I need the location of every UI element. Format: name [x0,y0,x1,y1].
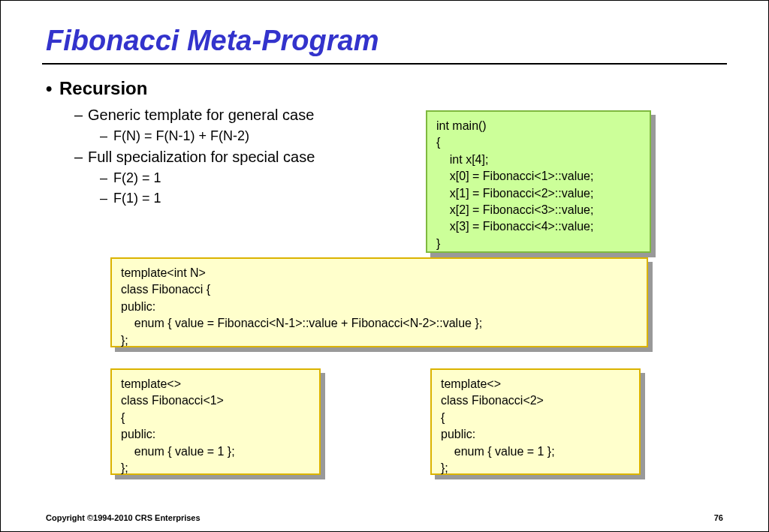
page-number: 76 [714,513,723,522]
codebox-spec1: template<> class Fibonacci<1> { public: … [110,368,321,475]
slide-title: Fibonacci Meta-Program [46,25,723,57]
footer: Copyright ©1994-2010 CRS Enterprises 76 [46,513,723,522]
codebox-general: template<int N> class Fibonacci { public… [110,257,648,347]
copyright-text: Copyright ©1994-2010 CRS Enterprises [46,513,201,522]
bullet-recursion: Recursion [46,78,723,99]
codebox-spec2: template<> class Fibonacci<2> { public: … [430,368,641,475]
title-divider [42,63,727,65]
codebox-main: int main() { int x[4]; x[0] = Fibonacci<… [426,110,651,253]
